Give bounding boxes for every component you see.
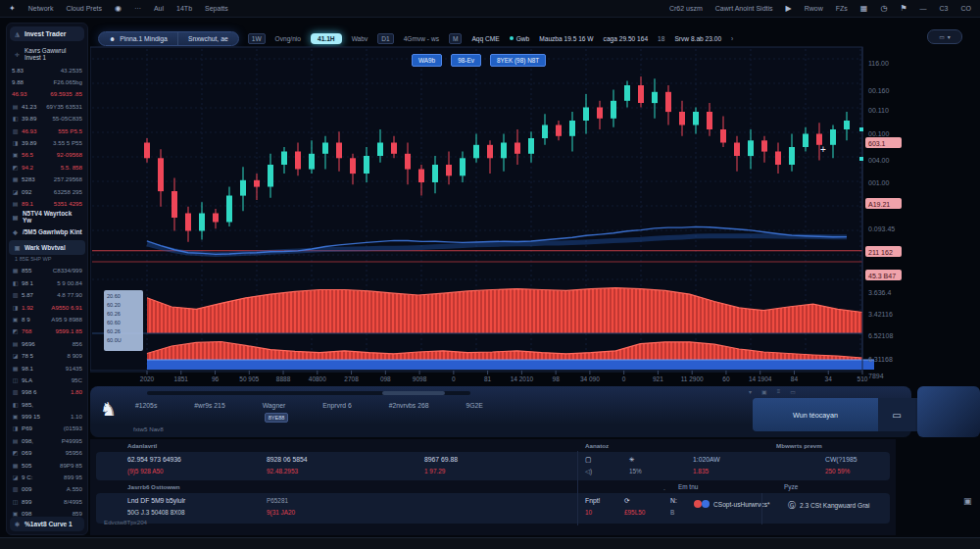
menu-item[interactable]: Sepatts [205,5,228,12]
table-row[interactable] [96,452,890,480]
tab-2[interactable]: #wr9s 215 [194,402,224,409]
watchlist-row[interactable]: ▥998 61.80 [7,386,87,398]
toolbar-item[interactable]: Srvw 8.ab 23.00 [674,35,721,42]
indicator-chip[interactable]: WA9b [412,54,442,67]
mini-icon[interactable]: ▭ [790,388,796,395]
tab-5[interactable]: #2nvrvbs 268 [389,402,429,409]
toolbar-item[interactable]: Mauzba 19.5 16 W [539,35,593,42]
menubar-icon[interactable]: ◉ [115,4,122,13]
mini-icon[interactable]: ▾ [749,388,752,395]
toolbar-item[interactable]: M [449,33,463,44]
place-order-button[interactable]: Wun téocayan [753,398,878,431]
tab-3[interactable]: Wagner8YE88 [263,402,286,409]
menu-item[interactable]: Cr62 uszm [669,5,703,12]
watchlist-row[interactable]: ▤098,P49995 [7,434,87,446]
toolbar-item[interactable]: 4Gmvw - ws [404,35,439,42]
sidebar-header[interactable]: ◮ Invest Trader [10,26,84,41]
watchlist-row[interactable]: ▦50589P9 85 [7,459,87,471]
sidebar-footer-item[interactable]: ✱ %1avt8 Curve 1 [10,517,84,531]
sidebar-account-item[interactable]: ✛ Kavrs Gawwrul Invest 1 [7,44,87,64]
refresh-icon[interactable]: ⟳ [624,497,630,505]
sidebar-section[interactable]: ◈/5M5 Gawrlwbp Kint [7,225,87,239]
menu-item[interactable]: Cloud Prets [66,5,102,12]
toolbar-item[interactable]: D1 [377,33,393,44]
sidebar-section[interactable]: ▤N5TV4 Wayrtock Yw [7,210,87,225]
watchlist-row[interactable]: ▥009A.550 [7,483,87,495]
menu-item[interactable]: 14Tb [176,5,192,12]
watchlist-row[interactable]: ◫8998/4995 [7,495,87,507]
watchlist-row[interactable]: 46.9369.5935 .85 [7,88,87,100]
menu-item[interactable]: C3 [940,5,949,12]
indicator-chip[interactable]: 98-Ev [451,54,481,67]
watchlist-row[interactable]: ▥5.874.8 77.90 [7,288,87,300]
toolbar-item[interactable]: Wabv [352,35,368,42]
copy-icon[interactable]: ▭ [878,398,915,431]
toolbar-item[interactable]: Aqq CME [471,35,499,42]
menubar-icon[interactable]: ✦ [9,4,16,13]
watchlist-row[interactable]: ◩7689599.1 85 [7,325,87,337]
watchlist-row[interactable]: ◨1.92A9550 6.91 [7,301,87,313]
menu-item[interactable]: — [920,5,927,12]
watchlist-row[interactable]: ▦5283257.29568 [7,174,87,185]
menu-item[interactable]: CO [961,5,972,12]
menu-item[interactable]: FZs [836,5,848,12]
toolbar-item[interactable]: caga 29.50 164 [604,35,648,42]
menu-item[interactable]: Network [28,5,54,12]
watchlist-row[interactable]: ▣999 151.10 [7,410,87,422]
menu-item[interactable]: Rwow [805,5,823,12]
watchlist-row[interactable]: ▤41.2369Y35 63531 [7,100,87,112]
menu-item[interactable]: ⋯ [134,5,141,13]
toolbar-item[interactable]: 1W [248,33,266,44]
watchlist-row[interactable]: ▣8 9A95 9 8988 [7,313,87,324]
menubar-icon[interactable]: ▦ [860,4,868,13]
row-icon: ◪ [12,352,19,359]
watchlist-row[interactable]: ▤9696856 [7,337,87,349]
menu-item[interactable]: Cawrt Anoint Sidtis [715,5,773,12]
watchlist-row[interactable]: ◨39.893.55 5 P55 [7,136,87,148]
tab-1[interactable]: #1205s [135,402,157,409]
payment-method-mastercard[interactable]: CSopt-usHurwrvcs* [694,500,770,508]
watchlist-row[interactable]: ▦98.191435 [7,362,87,374]
watchlist-row[interactable]: 5.8343.2535 [7,64,87,75]
watchlist-row[interactable]: ▦855C8334/999 [7,265,87,276]
menubar-icon[interactable]: ▶ [786,4,792,13]
scrollbar-handle[interactable] [382,391,445,395]
speaker-icon[interactable]: ◁) [585,468,592,475]
menu-item[interactable]: Aul [154,5,164,12]
candlestick-chart[interactable]: +202018519650 90588884080027080989098081… [90,43,902,384]
watchlist-row[interactable]: ▥46.93555 P5.5 [7,125,87,136]
tab-4[interactable]: Enprvrd 6 [322,402,351,409]
watchlist-row[interactable]: ◨P69(01593 [7,423,87,434]
axis-settings-button[interactable]: ▭ ▾ [927,29,962,44]
tab-6[interactable]: 9G2E [466,402,483,409]
watchlist-row[interactable]: ◧39.8955-05C835 [7,113,87,125]
watchlist-row[interactable]: ◩94.25.5. 858 [7,161,87,173]
sparkle-icon[interactable]: ✳ [629,456,635,464]
horizontal-scrollbar[interactable] [147,391,470,395]
settings-icon[interactable]: ▣ [963,496,972,506]
toolbar-item[interactable]: › [731,35,733,42]
indicator-chip[interactable]: 8YEK (98) N8T [490,54,546,67]
watchlist-row[interactable]: ◪9 C:899 95 [7,471,87,482]
payment-method-gpay[interactable]: Ⓖ 2.3 CSt Kangwuard Grai [788,500,869,511]
mini-icon[interactable]: ▣ [761,388,767,395]
table-row[interactable] [96,493,890,524]
watchlist-row[interactable]: ◪78 58 909 [7,349,87,361]
time-interval-button[interactable]: 41.1H [311,33,342,44]
checkbox-icon[interactable]: ▢ [585,456,591,464]
mini-icon[interactable]: ≡ [777,388,781,395]
watchlist-row[interactable]: ◫9LA95C [7,374,87,385]
watchlist-row[interactable]: ▤89.15351 4295 [7,197,87,209]
menubar-icon[interactable]: ◷ [880,4,887,13]
watchlist-row[interactable]: ◧985, [7,398,87,410]
toolbar-item[interactable]: Ovng/nio [275,35,301,42]
watchlist-row[interactable]: 9.88F26.065bg [7,75,87,87]
watchlist-row[interactable]: ◪09263258 295 [7,185,87,197]
toolbar-item[interactable]: 18 [658,35,664,42]
watchlist-row[interactable]: ▣56.592-09568 [7,149,87,161]
toolbar-item[interactable]: Gwb [510,35,530,42]
watchlist-row[interactable]: ◩06995956 [7,447,87,459]
sidebar-section[interactable]: ▣Wark Wbvtval [9,240,85,255]
watchlist-row[interactable]: ◧98 15 9 00.84 [7,276,87,288]
menubar-icon[interactable]: ⚑ [900,4,906,13]
